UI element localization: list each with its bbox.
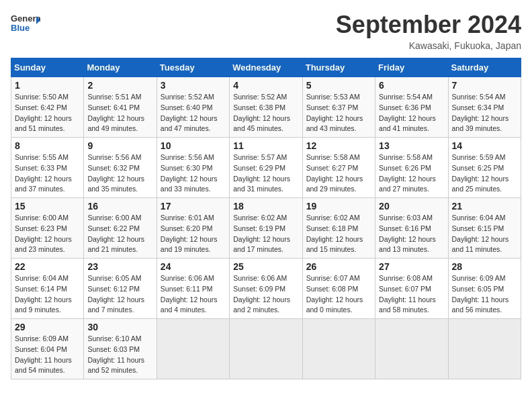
day-number: 5 [306, 80, 371, 91]
day-number: 16 [87, 201, 152, 212]
day-number: 29 [15, 322, 80, 332]
weekday-header-monday: Monday [84, 58, 157, 77]
day-number: 2 [87, 80, 152, 91]
day-number: 26 [306, 261, 371, 272]
calendar-cell: 2Sunrise: 5:51 AMSunset: 6:41 PMDaylight… [84, 77, 157, 138]
day-detail: Sunrise: 5:52 AMSunset: 6:38 PMDaylight:… [233, 92, 298, 134]
day-detail: Sunrise: 5:58 AMSunset: 6:27 PMDaylight:… [306, 152, 371, 195]
calendar-cell: 13Sunrise: 5:58 AMSunset: 6:26 PMDayligh… [375, 138, 448, 198]
day-detail: Sunrise: 6:06 AMSunset: 6:09 PMDaylight:… [233, 273, 298, 316]
day-detail: Sunrise: 5:57 AMSunset: 6:29 PMDaylight:… [233, 152, 298, 195]
header: General Blue September 2024 Kawasaki, Fu… [11, 11, 521, 51]
calendar-cell: 21Sunrise: 6:04 AMSunset: 6:15 PMDayligh… [448, 198, 521, 259]
day-number: 10 [161, 140, 226, 151]
calendar-cell: 19Sunrise: 6:02 AMSunset: 6:18 PMDayligh… [302, 198, 375, 259]
day-number: 3 [161, 80, 226, 91]
day-detail: Sunrise: 6:09 AMSunset: 6:05 PMDaylight:… [452, 273, 517, 316]
calendar-cell: 3Sunrise: 5:52 AMSunset: 6:40 PMDaylight… [157, 77, 229, 138]
weekday-header-friday: Friday [375, 58, 448, 77]
calendar-cell: 26Sunrise: 6:07 AMSunset: 6:08 PMDayligh… [302, 259, 375, 319]
day-detail: Sunrise: 6:07 AMSunset: 6:08 PMDaylight:… [306, 273, 371, 316]
calendar-cell: 11Sunrise: 5:57 AMSunset: 6:29 PMDayligh… [230, 138, 302, 198]
calendar-cell [230, 319, 302, 379]
day-number: 6 [379, 80, 444, 91]
day-detail: Sunrise: 6:06 AMSunset: 6:11 PMDaylight:… [161, 273, 226, 316]
day-number: 30 [87, 322, 152, 332]
calendar-cell [448, 319, 521, 379]
day-detail: Sunrise: 5:53 AMSunset: 6:37 PMDaylight:… [306, 92, 371, 134]
day-detail: Sunrise: 6:01 AMSunset: 6:20 PMDaylight:… [161, 213, 226, 255]
day-detail: Sunrise: 6:00 AMSunset: 6:23 PMDaylight:… [15, 213, 80, 255]
day-number: 21 [452, 201, 517, 212]
day-detail: Sunrise: 5:52 AMSunset: 6:40 PMDaylight:… [161, 92, 226, 134]
day-detail: Sunrise: 5:59 AMSunset: 6:25 PMDaylight:… [452, 152, 517, 195]
calendar-cell: 17Sunrise: 6:01 AMSunset: 6:20 PMDayligh… [157, 198, 229, 259]
calendar-cell: 20Sunrise: 6:03 AMSunset: 6:16 PMDayligh… [375, 198, 448, 259]
calendar-cell: 27Sunrise: 6:08 AMSunset: 6:07 PMDayligh… [375, 259, 448, 319]
day-detail: Sunrise: 5:54 AMSunset: 6:36 PMDaylight:… [379, 92, 444, 134]
day-number: 18 [233, 201, 298, 212]
calendar-cell: 12Sunrise: 5:58 AMSunset: 6:27 PMDayligh… [302, 138, 375, 198]
day-number: 22 [15, 261, 80, 272]
calendar-cell: 1Sunrise: 5:50 AMSunset: 6:42 PMDaylight… [11, 77, 84, 138]
title-area: September 2024 Kawasaki, Fukuoka, Japan [336, 11, 521, 51]
week-row-3: 15Sunrise: 6:00 AMSunset: 6:23 PMDayligh… [11, 198, 521, 259]
day-number: 7 [452, 80, 517, 91]
day-number: 14 [452, 140, 517, 151]
day-detail: Sunrise: 6:08 AMSunset: 6:07 PMDaylight:… [379, 273, 444, 316]
calendar-cell: 25Sunrise: 6:06 AMSunset: 6:09 PMDayligh… [230, 259, 302, 319]
calendar-cell: 10Sunrise: 5:56 AMSunset: 6:30 PMDayligh… [157, 138, 229, 198]
month-title: September 2024 [336, 11, 521, 39]
day-detail: Sunrise: 5:51 AMSunset: 6:41 PMDaylight:… [87, 92, 152, 134]
calendar-cell [375, 319, 448, 379]
day-detail: Sunrise: 6:04 AMSunset: 6:14 PMDaylight:… [15, 273, 80, 316]
week-row-1: 1Sunrise: 5:50 AMSunset: 6:42 PMDaylight… [11, 77, 521, 138]
location: Kawasaki, Fukuoka, Japan [336, 40, 521, 51]
calendar-cell: 18Sunrise: 6:02 AMSunset: 6:19 PMDayligh… [230, 198, 302, 259]
calendar-cell: 8Sunrise: 5:55 AMSunset: 6:33 PMDaylight… [11, 138, 84, 198]
day-number: 20 [379, 201, 444, 212]
week-row-4: 22Sunrise: 6:04 AMSunset: 6:14 PMDayligh… [11, 259, 521, 319]
calendar-cell: 14Sunrise: 5:59 AMSunset: 6:25 PMDayligh… [448, 138, 521, 198]
calendar-cell: 24Sunrise: 6:06 AMSunset: 6:11 PMDayligh… [157, 259, 229, 319]
calendar-cell: 5Sunrise: 5:53 AMSunset: 6:37 PMDaylight… [302, 77, 375, 138]
day-number: 27 [379, 261, 444, 272]
day-number: 19 [306, 201, 371, 212]
day-detail: Sunrise: 6:04 AMSunset: 6:15 PMDaylight:… [452, 213, 517, 255]
calendar-cell: 23Sunrise: 6:05 AMSunset: 6:12 PMDayligh… [84, 259, 157, 319]
day-detail: Sunrise: 6:03 AMSunset: 6:16 PMDaylight:… [379, 213, 444, 255]
calendar-cell: 29Sunrise: 6:09 AMSunset: 6:04 PMDayligh… [11, 319, 84, 379]
week-row-5: 29Sunrise: 6:09 AMSunset: 6:04 PMDayligh… [11, 319, 521, 379]
day-number: 15 [15, 201, 80, 212]
calendar-cell: 16Sunrise: 6:00 AMSunset: 6:22 PMDayligh… [84, 198, 157, 259]
weekday-header-thursday: Thursday [302, 58, 375, 77]
calendar-cell: 4Sunrise: 5:52 AMSunset: 6:38 PMDaylight… [230, 77, 302, 138]
calendar-cell: 15Sunrise: 6:00 AMSunset: 6:23 PMDayligh… [11, 198, 84, 259]
calendar-cell: 30Sunrise: 6:10 AMSunset: 6:03 PMDayligh… [84, 319, 157, 379]
day-number: 8 [15, 140, 80, 151]
day-number: 13 [379, 140, 444, 151]
day-number: 23 [87, 261, 152, 272]
logo-icon: General Blue [11, 11, 40, 35]
day-number: 28 [452, 261, 517, 272]
day-number: 17 [161, 201, 226, 212]
day-detail: Sunrise: 6:00 AMSunset: 6:22 PMDaylight:… [87, 213, 152, 255]
day-detail: Sunrise: 6:05 AMSunset: 6:12 PMDaylight:… [87, 273, 152, 316]
day-detail: Sunrise: 5:50 AMSunset: 6:42 PMDaylight:… [15, 92, 80, 134]
day-detail: Sunrise: 5:56 AMSunset: 6:30 PMDaylight:… [161, 152, 226, 195]
calendar-cell [302, 319, 375, 379]
day-number: 12 [306, 140, 371, 151]
calendar-cell: 6Sunrise: 5:54 AMSunset: 6:36 PMDaylight… [375, 77, 448, 138]
calendar-cell [157, 319, 229, 379]
logo: General Blue [11, 11, 40, 35]
day-number: 24 [161, 261, 226, 272]
svg-text:Blue: Blue [11, 23, 30, 33]
day-detail: Sunrise: 5:58 AMSunset: 6:26 PMDaylight:… [379, 152, 444, 195]
day-number: 11 [233, 140, 298, 151]
day-detail: Sunrise: 6:10 AMSunset: 6:03 PMDaylight:… [87, 334, 152, 376]
day-detail: Sunrise: 6:02 AMSunset: 6:19 PMDaylight:… [233, 213, 298, 255]
calendar-cell: 9Sunrise: 5:56 AMSunset: 6:32 PMDaylight… [84, 138, 157, 198]
calendar-header-row: SundayMondayTuesdayWednesdayThursdayFrid… [11, 58, 521, 77]
week-row-2: 8Sunrise: 5:55 AMSunset: 6:33 PMDaylight… [11, 138, 521, 198]
weekday-header-wednesday: Wednesday [230, 58, 302, 77]
